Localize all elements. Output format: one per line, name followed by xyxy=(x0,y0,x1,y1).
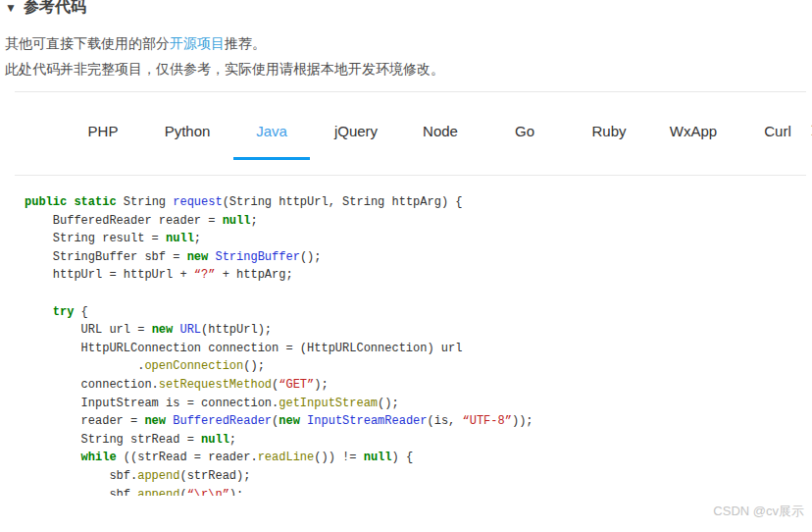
code-line: reader = new BufferedReader(new InputStr… xyxy=(25,412,812,431)
code-line: .openConnection(); xyxy=(25,357,812,376)
intro-line-1: 其他可直接下载使用的部分开源项目推荐。 xyxy=(5,33,266,53)
reference-code-section-header[interactable]: ▼ 参考代码 xyxy=(5,0,86,18)
tab-curl[interactable]: Curl xyxy=(736,110,812,160)
divider-top xyxy=(15,91,806,92)
code-line: HttpURLConnection connection = (HttpURLC… xyxy=(25,340,812,358)
code-line: sbf.append(strRead); xyxy=(25,467,812,486)
csdn-watermark: CSDN @cv展示 xyxy=(713,503,804,520)
code-line: String result = null; xyxy=(25,230,812,248)
code-line: StringBuffer sbf = new StringBuffer(); xyxy=(25,248,812,267)
tab-wxapp[interactable]: WxApp xyxy=(651,110,736,160)
code-line: String strRead = null; xyxy=(25,431,812,450)
intro-line-1-prefix: 其他可直接下载使用的部分 xyxy=(5,35,170,51)
code-line: InputStream is = connection.getInputStre… xyxy=(25,395,812,413)
code-line: BufferedReader reader = null; xyxy=(25,212,812,231)
tab-python[interactable]: Python xyxy=(145,110,229,160)
tab-bar: PHPPythonJavajQueryNodeGoRubyWxAppCurl xyxy=(61,110,812,160)
open-source-projects-link[interactable]: 开源项目 xyxy=(170,35,225,51)
tab-jquery[interactable]: jQuery xyxy=(314,110,398,160)
tab-ruby[interactable]: Ruby xyxy=(567,110,651,160)
code-line: sbf.append(“\r\n”); xyxy=(25,486,812,497)
collapse-triangle-icon[interactable]: ▼ xyxy=(5,1,17,15)
tab-java[interactable]: Java xyxy=(229,110,314,160)
code-line: try { xyxy=(25,303,812,322)
tab-node[interactable]: Node xyxy=(398,110,482,160)
page: ▼ 参考代码 其他可直接下载使用的部分开源项目推荐。 此处代码并非完整项目，仅供… xyxy=(0,0,812,532)
tab-go[interactable]: Go xyxy=(482,110,567,160)
intro-line-2: 此处代码并非完整项目，仅供参考，实际使用请根据本地开发环境修改。 xyxy=(5,59,444,79)
code-block: public static String request(String http… xyxy=(25,193,812,496)
tab-php[interactable]: PHP xyxy=(61,110,145,160)
divider-tabs-bottom xyxy=(15,175,806,176)
code-line xyxy=(25,285,812,303)
code-line: connection.setRequestMethod(“GET”); xyxy=(25,376,812,395)
code-line: public static String request(String http… xyxy=(25,193,812,212)
section-title: 参考代码 xyxy=(24,0,86,18)
code-line: URL url = new URL(httpUrl); xyxy=(25,321,812,340)
code-line: while ((strRead = reader.readLine()) != … xyxy=(25,449,812,467)
intro-line-1-suffix: 推荐。 xyxy=(225,35,266,51)
code-line: httpUrl = httpUrl + “?” + httpArg; xyxy=(25,266,812,285)
